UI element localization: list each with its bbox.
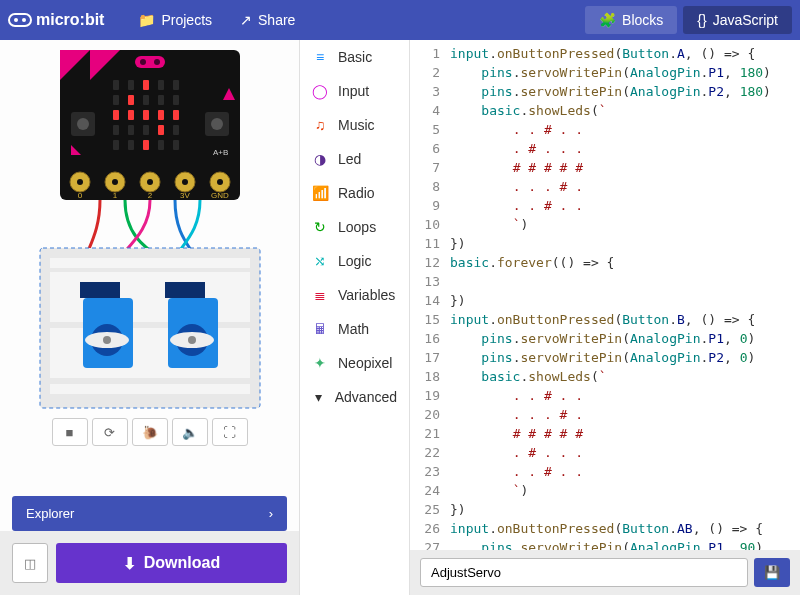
line-number: 6 [410,139,450,158]
sim-stop-button[interactable]: ■ [52,418,88,446]
code-line[interactable]: 6 . # . . . [410,139,800,158]
svg-rect-34 [143,140,149,150]
share-icon: ↗ [240,12,252,28]
svg-point-41 [112,179,118,185]
svg-rect-20 [158,95,164,105]
code-line[interactable]: 27 pins.servoWritePin(AnalogPin.P1, 90) [410,538,800,550]
line-number: 5 [410,120,450,139]
code-line[interactable]: 15input.onButtonPressed(Button.B, () => … [410,310,800,329]
code-line[interactable]: 26input.onButtonPressed(Button.AB, () =>… [410,519,800,538]
line-number: 1 [410,44,450,63]
svg-rect-16 [173,80,179,90]
svg-point-38 [77,179,83,185]
code-line[interactable]: 12basic.forever(() => { [410,253,800,272]
brand-logo[interactable]: micro:bit [8,11,104,29]
code-editor[interactable]: 1input.onButtonPressed(Button.A, () => {… [410,40,800,550]
code-line[interactable]: 20 . . . # . [410,405,800,424]
download-menu-button[interactable]: ◫ [12,543,48,583]
toolbox-item-music[interactable]: ♫Music [300,108,409,142]
projects-button[interactable]: 📁 Projects [124,12,226,28]
svg-rect-29 [143,125,149,135]
sim-slow-button[interactable]: 🐌 [132,418,168,446]
code-line[interactable]: 21 # # # # # [410,424,800,443]
code-line[interactable]: 7 # # # # # [410,158,800,177]
line-number: 3 [410,82,450,101]
toolbox-item-led[interactable]: ◑Led [300,142,409,176]
line-number: 2 [410,63,450,82]
code-line[interactable]: 9 . . # . . [410,196,800,215]
share-button[interactable]: ↗ Share [226,12,309,28]
toolbox-item-advanced[interactable]: ▾Advanced [300,380,409,414]
toolbox-item-basic[interactable]: ≡Basic [300,40,409,74]
code-line[interactable]: 1input.onButtonPressed(Button.A, () => { [410,44,800,63]
svg-point-61 [103,336,111,344]
code-editor-panel: 1input.onButtonPressed(Button.A, () => {… [410,40,800,595]
simulator-svg[interactable]: A+B 0123VGND [35,50,265,410]
code-line[interactable]: 18 basic.showLeds(` [410,367,800,386]
svg-text:0: 0 [77,191,82,200]
toolbox-item-radio[interactable]: 📶Radio [300,176,409,210]
code-line[interactable]: 11}) [410,234,800,253]
toolbox-item-input[interactable]: ◯Input [300,74,409,108]
save-project-button[interactable]: 💾 [754,558,790,587]
code-line[interactable]: 14}) [410,291,800,310]
code-line[interactable]: 13 [410,272,800,291]
download-icon: ⬇ [123,554,136,573]
sim-restart-button[interactable]: ⟳ [92,418,128,446]
input-icon: ◯ [312,83,328,99]
toolbox-item-neopixel[interactable]: ✦Neopixel [300,346,409,380]
svg-rect-15 [158,80,164,90]
toolbox-item-variables[interactable]: ≣Variables [300,278,409,312]
line-number: 18 [410,367,450,386]
download-button[interactable]: ⬇ Download [56,543,287,583]
line-number: 14 [410,291,450,310]
sim-mute-button[interactable]: 🔈 [172,418,208,446]
svg-rect-17 [113,95,119,105]
code-line[interactable]: 8 . . . # . [410,177,800,196]
line-number: 25 [410,500,450,519]
code-line[interactable]: 24 `) [410,481,800,500]
line-number: 26 [410,519,450,538]
code-line[interactable]: 22 . # . . . [410,443,800,462]
svg-rect-62 [165,282,205,298]
code-line[interactable]: 10 `) [410,215,800,234]
line-number: 15 [410,310,450,329]
svg-rect-18 [128,95,134,105]
save-icon: 💾 [764,565,780,580]
folder-icon: 📁 [138,12,155,28]
code-line[interactable]: 16 pins.servoWritePin(AnalogPin.P1, 0) [410,329,800,348]
code-line[interactable]: 17 pins.servoWritePin(AnalogPin.P2, 0) [410,348,800,367]
svg-text:2: 2 [147,191,152,200]
code-line[interactable]: 2 pins.servoWritePin(AnalogPin.P1, 180) [410,63,800,82]
code-line[interactable]: 5 . . # . . [410,120,800,139]
explorer-toggle[interactable]: Explorer › [12,496,287,531]
svg-point-7 [77,118,89,130]
blocks-icon: 🧩 [599,12,616,28]
svg-rect-35 [158,140,164,150]
line-number: 16 [410,329,450,348]
code-line[interactable]: 3 pins.servoWritePin(AnalogPin.P2, 180) [410,82,800,101]
basic-icon: ≡ [312,49,328,65]
toolbox-label: Radio [338,185,375,201]
project-name-input[interactable] [420,558,748,587]
toolbox: ≡Basic◯Input♫Music◑Led📶Radio↻Loops⤭Logic… [300,40,410,595]
toolbox-item-logic[interactable]: ⤭Logic [300,244,409,278]
sim-fullscreen-button[interactable]: ⛶ [212,418,248,446]
toolbox-label: Logic [338,253,371,269]
toolbox-item-math[interactable]: 🖩Math [300,312,409,346]
line-number: 4 [410,101,450,120]
svg-text:1: 1 [112,191,117,200]
toolbox-item-loops[interactable]: ↻Loops [300,210,409,244]
toolbox-label: Loops [338,219,376,235]
code-line[interactable]: 23 . . # . . [410,462,800,481]
line-number: 7 [410,158,450,177]
javascript-tab[interactable]: {} JavaScript [683,6,792,34]
svg-rect-26 [173,110,179,120]
svg-rect-12 [113,80,119,90]
toolbox-label: Led [338,151,361,167]
top-header: micro:bit 📁 Projects ↗ Share 🧩 Blocks {}… [0,0,800,40]
blocks-tab[interactable]: 🧩 Blocks [585,6,677,34]
code-line[interactable]: 19 . . # . . [410,386,800,405]
code-line[interactable]: 4 basic.showLeds(` [410,101,800,120]
code-line[interactable]: 25}) [410,500,800,519]
